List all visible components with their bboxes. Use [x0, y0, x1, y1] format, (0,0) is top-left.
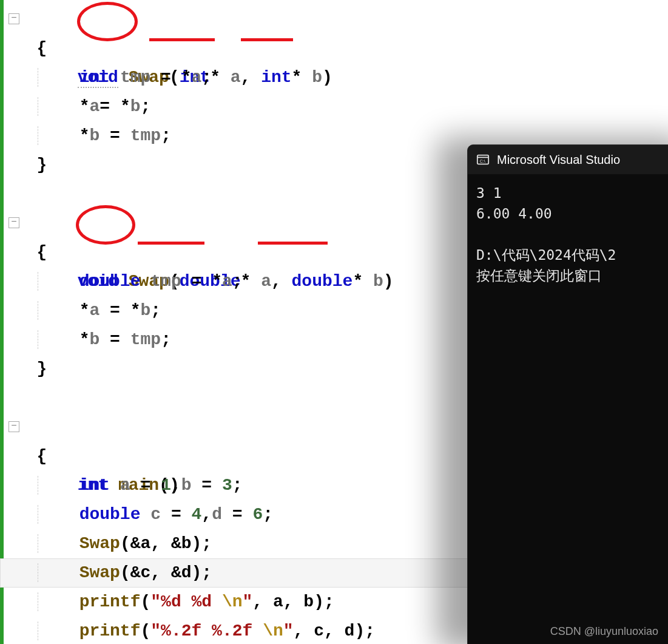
- code-line[interactable]: {: [0, 34, 668, 63]
- fold-icon[interactable]: −: [8, 217, 19, 228]
- console-title: Microsoft Visual Studio: [497, 153, 620, 167]
- terminal-icon: C:\: [476, 153, 490, 166]
- code-line[interactable]: − void Swap(int* a, int* b): [0, 5, 668, 34]
- console-titlebar[interactable]: C:\ Microsoft Visual Studio: [468, 145, 668, 174]
- svg-text:C:\: C:\: [480, 158, 486, 164]
- fold-icon[interactable]: −: [8, 421, 19, 432]
- fold-icon[interactable]: −: [8, 13, 19, 24]
- code-line[interactable]: int tmp = *a;: [0, 63, 668, 92]
- watermark: CSDN @liuyunluoxiao: [550, 625, 658, 638]
- console-output: 3 1 6.00 4.00 D:\代码\2024代码\2 按任意键关闭此窗口: [468, 174, 668, 294]
- debug-console-window[interactable]: C:\ Microsoft Visual Studio 3 1 6.00 4.0…: [467, 144, 668, 644]
- code-line[interactable]: *a= *b;: [0, 92, 668, 121]
